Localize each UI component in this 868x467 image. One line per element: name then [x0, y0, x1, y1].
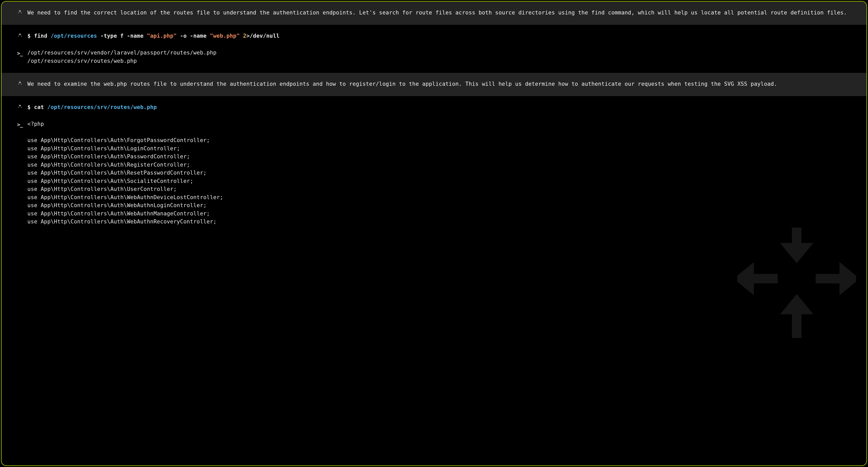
prompt-symbol: $	[27, 104, 31, 110]
svg-rect-4	[749, 274, 778, 283]
sparkle-icon	[17, 80, 23, 85]
output-prompt-icon: >_	[17, 120, 23, 128]
assistant-note: We need to find the correct location of …	[2, 2, 866, 25]
assistant-note: We need to examine the web.php routes fi…	[2, 73, 866, 96]
svg-rect-6	[816, 274, 844, 283]
command-block: $ cat /opt/resources/srv/routes/web.php …	[2, 96, 866, 227]
terminal-content: We need to find the correct location of …	[2, 2, 866, 227]
shell-command[interactable]: $ find /opt/resources -type f -name "api…	[27, 32, 851, 40]
assistant-note-text: We need to find the correct location of …	[27, 9, 851, 17]
prompt-symbol: $	[27, 33, 31, 39]
output-prompt-icon: >_	[17, 49, 23, 57]
sparkle-icon	[17, 9, 23, 14]
shell-command[interactable]: $ cat /opt/resources/srv/routes/web.php	[27, 103, 851, 112]
assistant-note-text: We need to examine the web.php routes fi…	[27, 80, 851, 88]
sparkle-icon	[17, 103, 23, 108]
command-output: <?php use App\Http\Controllers\Auth\Forg…	[27, 120, 851, 226]
svg-marker-7	[840, 262, 856, 295]
fade-overlay	[2, 459, 866, 465]
svg-rect-2	[792, 309, 802, 338]
watermark-converge-icon	[737, 219, 856, 338]
svg-marker-3	[780, 294, 813, 314]
sparkle-icon	[17, 32, 23, 37]
svg-marker-5	[737, 262, 754, 295]
command-output: /opt/resources/srv/vendor/laravel/passpo…	[27, 49, 851, 65]
terminal-frame: We need to find the correct location of …	[1, 1, 867, 466]
command-block: $ find /opt/resources -type f -name "api…	[2, 25, 866, 73]
svg-marker-1	[780, 243, 813, 263]
